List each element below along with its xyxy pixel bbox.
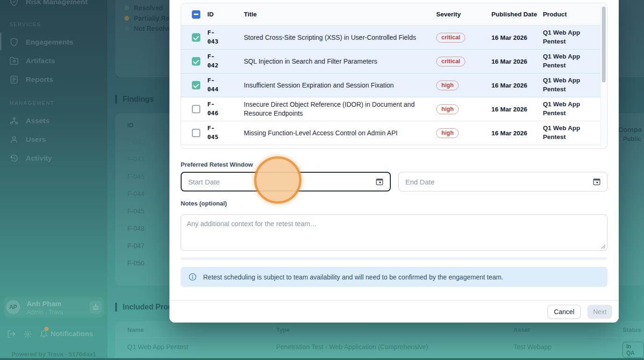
calendar-icon[interactable] <box>592 177 601 186</box>
end-date-input[interactable]: End Date <box>398 172 607 191</box>
not-resolved-dot <box>124 26 129 31</box>
finding-id: F-050 <box>127 259 145 267</box>
info-banner: Retest scheduling is subject to team ava… <box>181 267 607 287</box>
table-scrollbar-thumb[interactable] <box>602 7 606 82</box>
sidebar-item-users[interactable]: Users <box>9 133 102 146</box>
user-role: Admin · Trava <box>27 309 63 316</box>
notifications-button[interactable] <box>39 330 49 339</box>
column-header-title: Title <box>244 11 436 18</box>
user-name: Anh Pham <box>27 300 61 308</box>
finding-title: Insufficient Session Expiration and Sess… <box>244 81 436 90</box>
finding-id: F-043 <box>127 155 145 163</box>
column-header-published: Published Date <box>491 11 543 18</box>
soft-divider <box>181 257 607 260</box>
settings-button[interactable] <box>23 330 33 339</box>
finding-title: Insecure Direct Object Reference (IDOR) … <box>244 100 436 118</box>
finding-id: F-045 <box>127 207 145 215</box>
table-row[interactable]: F-044 Insufficient Session Expiration an… <box>181 73 600 97</box>
products-header-divider <box>115 338 644 338</box>
findings-id-header: ID <box>127 122 133 129</box>
asset-nodes-icon <box>9 116 19 125</box>
row-checkbox[interactable] <box>192 129 200 137</box>
products-header-status: Status <box>622 326 641 333</box>
severity-badge: high <box>436 104 459 114</box>
sidebar-item-engagements[interactable]: Engagements <box>9 36 102 49</box>
bottom-edge-strip <box>0 358 644 360</box>
sidebar-item-reports[interactable]: Reports <box>9 73 102 86</box>
finding-id: F-048 <box>127 225 145 232</box>
table-row[interactable]: F-046 Insecure Direct Object Reference (… <box>181 97 600 121</box>
resolved-dot <box>124 6 129 10</box>
end-date-placeholder: End Date <box>405 178 435 186</box>
row-checkbox[interactable] <box>192 57 200 66</box>
row-checkbox[interactable] <box>192 33 200 42</box>
sidebar-item-activity[interactable]: Activity <box>9 152 102 165</box>
products-header-asset: Asset <box>513 326 530 333</box>
notes-textarea[interactable]: Any additional context for the retest te… <box>181 214 607 251</box>
finding-id: F-046 <box>127 173 145 180</box>
sidebar-item-artifacts[interactable]: Artifacts <box>9 54 102 67</box>
product-name: Q1 Web App Pentest <box>543 76 582 94</box>
resize-handle-icon[interactable] <box>601 244 606 249</box>
product-name: Q1 Web App Pentest <box>543 100 582 118</box>
start-date-placeholder: Start Date <box>188 178 220 186</box>
table-scrollbar-track[interactable] <box>600 4 607 148</box>
avatar: AP <box>6 300 20 314</box>
public-badge-fragment: Public <box>623 135 641 142</box>
modal-footer: Cancel Next <box>169 300 619 323</box>
product-status-badge: In QA <box>622 342 644 358</box>
severity-badge: high <box>436 81 459 90</box>
column-header-id: ID <box>207 11 244 18</box>
sidebar-item-risk-management[interactable]: Risk Management <box>9 0 102 8</box>
sidebar-section-management: MANAGEMENT <box>9 100 54 106</box>
calendar-icon[interactable] <box>375 177 384 186</box>
finding-title: Stored Cross-Site Scripting (XSS) in Use… <box>244 33 436 42</box>
finding-id: F-044 <box>127 190 145 198</box>
table-row[interactable]: F-045 Missing Function-Level Access Cont… <box>181 121 600 145</box>
shield-icon <box>9 37 19 47</box>
product-name: Q1 Web App Pentest <box>543 29 582 46</box>
severity-badge: high <box>436 128 459 138</box>
finding-title: Missing Function-Level Access Control on… <box>244 129 436 138</box>
history-icon <box>9 154 19 163</box>
folder-icon <box>9 56 19 66</box>
assistant-button[interactable] <box>89 301 102 314</box>
table-row[interactable]: F-042 SQL Injection in Search and Filter… <box>181 50 600 73</box>
partially-resolved-dot <box>124 16 129 21</box>
severity-badge: critical <box>436 57 465 66</box>
product-name: Q1 Web App Pentest <box>543 52 582 70</box>
robot-icon <box>92 303 100 311</box>
legend-item-resolved: Resolved <box>124 4 163 12</box>
product-asset-cell: Test Webapp <box>513 343 551 351</box>
notifications-label[interactable]: Notifications <box>51 330 93 338</box>
user-icon <box>9 135 19 144</box>
finding-title: SQL Injection in Search and Filter Param… <box>244 57 436 66</box>
products-header-name: Name <box>127 326 144 333</box>
products-header-type: Type <box>276 326 290 333</box>
schedule-retest-modal: ID Title Severity Published Date Product… <box>169 0 619 323</box>
row-checkbox[interactable] <box>192 81 200 89</box>
row-checkbox[interactable] <box>192 105 200 113</box>
column-header-product: Product <box>543 11 600 18</box>
published-date: 16 Mar 2026 <box>491 58 543 65</box>
info-banner-text: Retest scheduling is subject to team ava… <box>203 273 503 281</box>
published-date: 16 Mar 2026 <box>491 130 543 137</box>
finding-id: F-047 <box>127 242 145 250</box>
section-accent-bar <box>115 302 117 312</box>
click-indicator <box>254 156 301 204</box>
log-out-icon <box>7 330 16 338</box>
sidebar: Risk Management SERVICES Engagements Art… <box>0 0 108 360</box>
product-name-cell: Q1 Web App Pentest <box>127 343 189 351</box>
next-button[interactable]: Next <box>587 305 612 319</box>
cancel-button[interactable]: Cancel <box>548 305 581 319</box>
published-date: 16 Mar 2026 <box>491 106 543 113</box>
sidebar-item-assets[interactable]: Assets <box>9 114 102 127</box>
info-icon <box>188 272 197 281</box>
gear-icon <box>23 330 32 338</box>
select-all-checkbox[interactable] <box>192 10 200 19</box>
retest-window-label: Preferred Retest Window <box>181 161 607 168</box>
file-text-icon <box>9 75 19 84</box>
logout-button[interactable] <box>7 330 16 339</box>
shield-check-icon <box>9 0 19 7</box>
table-row[interactable]: F-043 Stored Cross-Site Scripting (XSS) … <box>181 26 600 50</box>
